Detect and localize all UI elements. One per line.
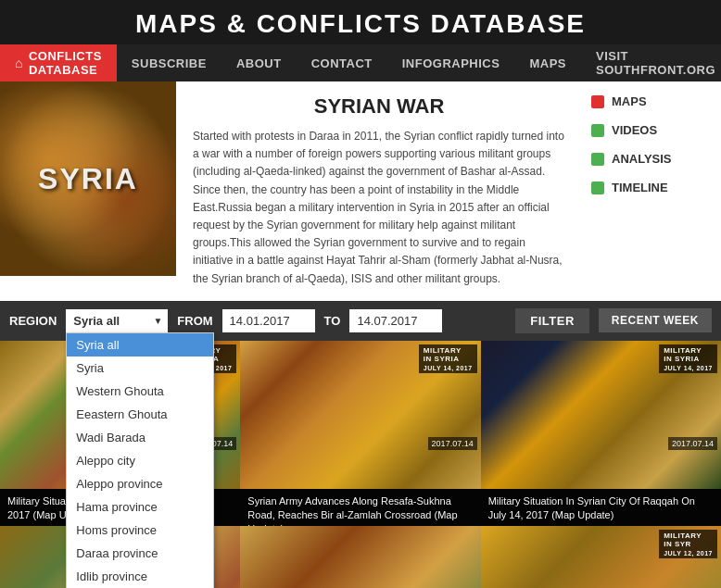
- analysis-dot: [591, 153, 604, 166]
- region-label: REGION: [9, 314, 57, 328]
- grid-item-6[interactable]: MILITARYIN SYRJULY 12, 2017: [481, 526, 721, 588]
- videos-dot: [591, 124, 604, 137]
- nav-infographics[interactable]: INFOGRAPHICS: [387, 44, 515, 81]
- dropdown-option-wadi-barada[interactable]: Wadi Barada: [67, 426, 213, 449]
- grid-item-5[interactable]: [240, 526, 480, 588]
- military-badge-2: MILITARYIN SYRIAJULY 14, 2017: [419, 344, 477, 373]
- from-label: FROM: [177, 314, 212, 328]
- dropdown-option-hama-province[interactable]: Hama province: [67, 495, 213, 519]
- main-content: SYRIA SYRIAN WAR Started with protests i…: [0, 81, 721, 301]
- map-image-2: MILITARYIN SYRIAJULY 14, 2017 2017.07.14: [240, 341, 480, 489]
- site-header: MAPS & CONFLICTS DATABASE: [0, 0, 721, 44]
- to-date-input[interactable]: 14.07.2017: [349, 309, 442, 332]
- date-badge-3: 2017.07.14: [668, 437, 717, 450]
- region-selected-value: Syria all: [73, 314, 120, 328]
- nav-conflicts-db[interactable]: ⌂ CONFLICTS DATABASE: [0, 44, 117, 81]
- date-badge-2: 2017.07.14: [428, 437, 477, 450]
- syria-image: SYRIA: [0, 81, 176, 276]
- conflict-title: SYRIAN WAR: [193, 94, 565, 119]
- sidebar-links: MAPS VIDEOS ANALYSIS TIMELINE: [582, 81, 721, 301]
- map-caption-2: Syrian Army Advances Along Resafa-Sukhna…: [240, 489, 480, 526]
- filter-bar: REGION Syria all ▼ Syria all Syria Weste…: [0, 301, 721, 341]
- dropdown-option-syria[interactable]: Syria: [67, 357, 213, 380]
- sidebar-link-videos[interactable]: VIDEOS: [591, 123, 712, 137]
- region-dropdown-container[interactable]: Syria all ▼ Syria all Syria Western Ghou…: [66, 309, 168, 332]
- dropdown-arrow-icon: ▼: [153, 316, 162, 326]
- nav-contact[interactable]: CONTACT: [297, 44, 387, 81]
- from-date-input[interactable]: 14.01.2017: [222, 309, 315, 332]
- nav-visit-southfront[interactable]: VISIT SOUTHFRONT.ORG: [581, 44, 721, 81]
- site-title: MAPS & CONFLICTS DATABASE: [0, 9, 721, 39]
- map-image-5: [240, 526, 480, 588]
- home-icon: ⌂: [15, 56, 23, 70]
- filter-button[interactable]: FILTER: [515, 308, 589, 333]
- dropdown-option-daraa-province[interactable]: Daraa province: [67, 542, 213, 565]
- military-badge-6: MILITARYIN SYRJULY 12, 2017: [659, 530, 717, 558]
- region-dropdown-list[interactable]: Syria all Syria Western Ghouta Eeastern …: [66, 332, 214, 588]
- conflict-text: Started with protests in Daraa in 2011, …: [193, 128, 565, 288]
- dropdown-option-aleppo-province[interactable]: Aleppo province: [67, 472, 213, 495]
- recent-week-button[interactable]: RECENT WEEK: [599, 308, 712, 332]
- dropdown-option-western-ghouta[interactable]: Western Ghouta: [67, 380, 213, 403]
- nav-maps[interactable]: MAPS: [514, 44, 581, 81]
- map-image-3: MILITARYIN SYRIAJULY 14, 2017 2017.07.14: [481, 341, 721, 489]
- timeline-dot: [591, 181, 604, 194]
- nav-about[interactable]: ABOUT: [221, 44, 297, 81]
- main-nav: ⌂ CONFLICTS DATABASE SUBSCRIBE ABOUT CON…: [0, 44, 721, 81]
- to-label: TO: [324, 314, 341, 328]
- grid-item-2[interactable]: MILITARYIN SYRIAJULY 14, 2017 2017.07.14…: [240, 341, 480, 526]
- sidebar-link-timeline[interactable]: TIMELINE: [591, 181, 712, 194]
- dropdown-option-eastern-ghouta[interactable]: Eeastern Ghouta: [67, 403, 213, 426]
- region-dropdown-trigger[interactable]: Syria all ▼: [66, 309, 168, 332]
- dropdown-option-homs-province[interactable]: Homs province: [67, 519, 213, 542]
- map-image-6: MILITARYIN SYRJULY 12, 2017: [481, 526, 721, 588]
- maps-dot: [591, 95, 604, 108]
- sidebar-link-analysis[interactable]: ANALYSIS: [591, 152, 712, 166]
- syria-label: SYRIA: [38, 162, 138, 196]
- nav-subscribe[interactable]: SUBSCRIBE: [117, 44, 221, 81]
- conflict-description: SYRIAN WAR Started with protests in Dara…: [176, 81, 582, 301]
- grid-item-3[interactable]: MILITARYIN SYRIAJULY 14, 2017 2017.07.14…: [481, 341, 721, 526]
- map-caption-3: Military Situation In Syrian City Of Raq…: [481, 489, 721, 526]
- dropdown-option-aleppo-city[interactable]: Aleppo city: [67, 449, 213, 472]
- dropdown-option-syria-all[interactable]: Syria all: [67, 333, 213, 357]
- military-badge-3: MILITARYIN SYRIAJULY 14, 2017: [659, 344, 717, 373]
- dropdown-option-idlib-province[interactable]: Idlib province: [67, 565, 213, 588]
- sidebar-link-maps[interactable]: MAPS: [591, 94, 712, 108]
